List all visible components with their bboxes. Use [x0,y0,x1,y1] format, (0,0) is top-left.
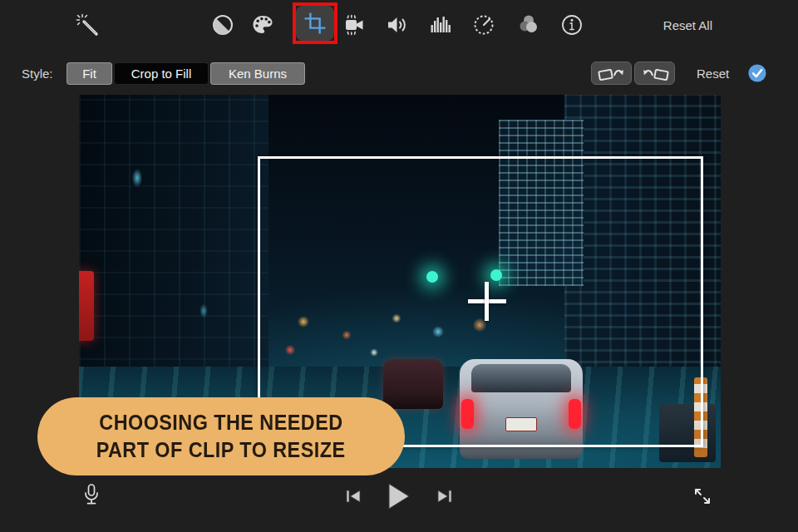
style-option-ken-burns[interactable]: Ken Burns [210,62,305,85]
enhance-wand-icon[interactable] [74,12,101,38]
speed-icon[interactable] [470,12,497,38]
play-icon [382,480,413,512]
skip-back-button[interactable] [342,486,364,506]
skip-forward-button[interactable] [434,486,456,506]
style-option-fit[interactable]: Fit [66,62,112,85]
crop-center-cross[interactable] [485,282,489,321]
voiceover-record-button[interactable] [80,482,103,509]
play-button[interactable] [382,480,413,512]
info-icon[interactable] [559,12,585,38]
rotate-counterclockwise-button[interactable] [591,62,632,85]
expand-fullscreen-icon [691,485,714,508]
reset-all-button[interactable]: Reset All [663,18,712,32]
color-filters-icon[interactable] [515,12,542,38]
fullscreen-button[interactable] [691,485,714,508]
stabilization-icon[interactable] [342,12,369,38]
skip-back-icon [342,486,364,506]
crop-tool-button[interactable] [296,6,334,41]
crop-icon [303,11,328,36]
callout-line-1: CHOOSING THE NEEDED [99,409,342,436]
rotate-clockwise-icon [640,64,670,82]
apply-checkmark-button[interactable] [746,62,768,84]
volume-icon[interactable] [384,12,411,38]
blue-checkmark-icon [746,62,768,84]
rotate-clockwise-button[interactable] [634,62,675,85]
callout-line-2: PART OF CLIP TO RESIZE [96,436,346,464]
color-balance-icon[interactable] [209,12,236,38]
style-option-crop-to-fill[interactable]: Crop to Fill [114,62,209,85]
color-palette-icon[interactable] [249,12,276,38]
reset-button[interactable]: Reset [697,66,729,81]
style-label: Style: [22,66,53,81]
microphone-icon [80,482,103,509]
style-segmented-control: Fit Crop to Fill Ken Burns [66,62,305,85]
imovie-crop-adjust-window: { "toolbar": { "reset_all_label": "Reset… [0,0,798,532]
rotate-counterclockwise-icon [597,64,627,82]
annotation-callout: CHOOSING THE NEEDED PART OF CLIP TO RESI… [37,397,405,475]
skip-forward-icon [434,486,456,506]
equalizer-icon[interactable] [427,12,454,38]
annotation-highlight-box [293,2,337,44]
